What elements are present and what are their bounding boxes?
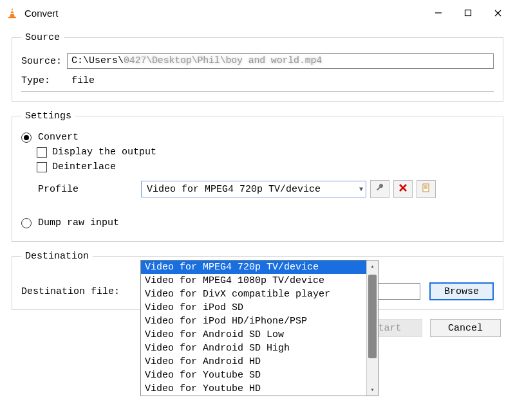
cancel-button-label: Cancel bbox=[448, 323, 483, 334]
profile-option[interactable]: Video for Android HD bbox=[141, 355, 366, 369]
dump-raw-label: Dump raw input bbox=[38, 217, 119, 228]
profile-option[interactable]: Video for iPod HD/iPhone/PSP bbox=[141, 315, 366, 328]
settings-legend: Settings bbox=[21, 111, 75, 122]
profile-option[interactable]: Video for iPod SD bbox=[141, 301, 366, 315]
browse-button[interactable]: Browse bbox=[429, 282, 494, 300]
scroll-down-icon[interactable]: ▾ bbox=[367, 384, 378, 396]
cancel-button[interactable]: Cancel bbox=[430, 319, 501, 337]
destination-label: Destination file: bbox=[21, 286, 120, 297]
scroll-thumb[interactable] bbox=[368, 275, 377, 358]
profile-option[interactable]: Video for Youtube HD bbox=[141, 382, 366, 396]
profile-option[interactable]: Video for Youtube SD bbox=[141, 369, 366, 382]
source-path-visible: C:\Users\ bbox=[71, 55, 124, 66]
profile-dropdown-list[interactable]: Video for MPEG4 720p TV/deviceVideo for … bbox=[140, 260, 379, 396]
type-value: file bbox=[71, 75, 95, 86]
new-profile-button[interactable] bbox=[417, 180, 436, 198]
edit-profile-button[interactable] bbox=[370, 180, 389, 198]
deinterlace-label: Deinterlace bbox=[52, 161, 116, 172]
radio-selected-icon bbox=[21, 132, 32, 143]
svg-rect-5 bbox=[465, 10, 471, 16]
type-label: Type: bbox=[21, 75, 66, 86]
convert-radio-label: Convert bbox=[38, 132, 79, 143]
checkbox-unchecked-icon bbox=[37, 162, 47, 172]
vlc-cone-icon bbox=[5, 6, 19, 20]
destination-legend: Destination bbox=[21, 251, 93, 262]
svg-rect-10 bbox=[423, 184, 429, 192]
browse-button-label: Browse bbox=[444, 286, 479, 297]
profile-option[interactable]: Video for Android SD Low bbox=[141, 328, 366, 342]
profile-label: Profile bbox=[38, 184, 141, 195]
settings-group: Settings Convert Display the output Dein… bbox=[12, 111, 503, 242]
chevron-down-icon: ▼ bbox=[359, 186, 363, 193]
profile-combobox[interactable]: Video for MPEG4 720p TV/device ▼ bbox=[141, 181, 366, 197]
source-path-blurred: 0427\Desktop\Phil\boy and world.mp4 bbox=[124, 55, 322, 66]
svg-rect-3 bbox=[8, 17, 16, 18]
wrench-icon bbox=[375, 183, 384, 195]
new-document-icon bbox=[422, 183, 431, 195]
deinterlace-checkbox[interactable]: Deinterlace bbox=[37, 161, 494, 172]
profile-option[interactable]: Video for MPEG4 1080p TV/device bbox=[141, 274, 366, 288]
svg-marker-0 bbox=[10, 8, 15, 17]
radio-unselected-icon bbox=[21, 218, 32, 228]
scroll-up-icon[interactable]: ▴ bbox=[367, 260, 378, 272]
profile-option[interactable]: Video for MPEG4 720p TV/device bbox=[141, 260, 366, 274]
profile-selected-value: Video for MPEG4 720p TV/device bbox=[147, 184, 321, 195]
dump-raw-radio[interactable]: Dump raw input bbox=[21, 217, 494, 228]
delete-x-icon bbox=[399, 184, 407, 194]
minimize-button[interactable] bbox=[424, 3, 453, 23]
close-button[interactable] bbox=[483, 3, 512, 23]
display-output-checkbox[interactable]: Display the output bbox=[37, 147, 494, 158]
source-path-field[interactable]: C:\Users\0427\Desktop\Phil\boy and world… bbox=[67, 53, 494, 69]
convert-radio[interactable]: Convert bbox=[21, 132, 494, 143]
checkbox-unchecked-icon bbox=[37, 147, 47, 158]
svg-rect-2 bbox=[10, 13, 14, 14]
profile-option[interactable]: Video for Android SD High bbox=[141, 342, 366, 355]
delete-profile-button[interactable] bbox=[393, 180, 413, 198]
profile-option[interactable]: Video for DivX compatible player bbox=[141, 288, 366, 301]
svg-rect-1 bbox=[11, 10, 14, 12]
source-legend: Source bbox=[21, 32, 64, 43]
dropdown-scrollbar[interactable]: ▴ ▾ bbox=[366, 260, 378, 396]
titlebar: Convert bbox=[0, 0, 515, 26]
window-title: Convert bbox=[24, 8, 424, 19]
source-group: Source Source: C:\Users\0427\Desktop\Phi… bbox=[12, 32, 503, 102]
display-output-label: Display the output bbox=[52, 147, 156, 158]
maximize-button[interactable] bbox=[453, 3, 483, 23]
source-label: Source: bbox=[21, 56, 62, 67]
